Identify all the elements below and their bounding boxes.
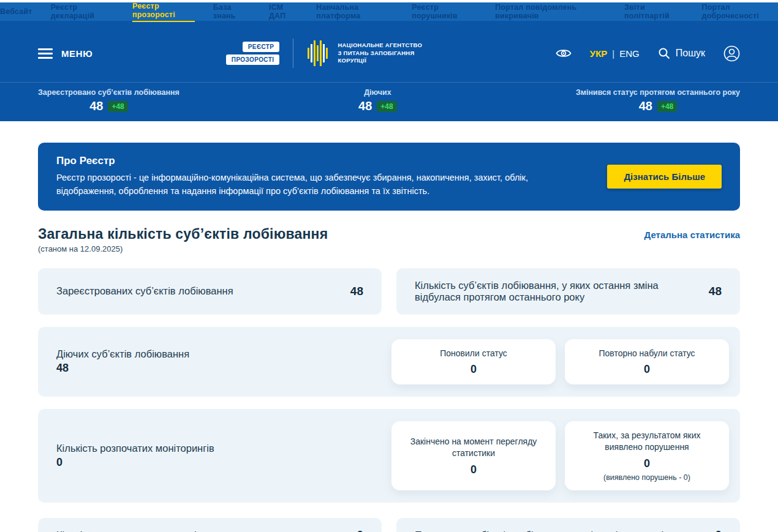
nazk-logo-icon	[307, 39, 330, 67]
hamburger-icon	[38, 48, 53, 59]
banner-text: Реєстр прозорості - це інформаційно-кому…	[56, 171, 583, 198]
stat-delta-badge: +48	[377, 101, 396, 112]
topnav-reestr-porushnykiv[interactable]: Реєстр порушників	[412, 3, 477, 20]
stat-registered: Зареєстровано суб’єктів лобіювання 48 +4…	[38, 88, 179, 113]
subcard-value: 0	[470, 363, 477, 376]
cards-row-4: Кількість складених протоколів 0 Притягн…	[38, 518, 740, 532]
topnav-baza-znan[interactable]: База знань	[213, 3, 251, 20]
subcard-renewed-status: Поновили статус 0	[391, 339, 556, 385]
card-value: 48	[350, 285, 363, 298]
search-button[interactable]: Пошук	[658, 47, 705, 59]
search-icon	[658, 47, 670, 59]
cards-row-1: Зареєстрованих суб’єктів лобіювання 48 К…	[38, 268, 740, 315]
subcard-note: (виявлено порушень - 0)	[603, 473, 690, 482]
subcard-value: 0	[644, 457, 650, 470]
card-label: Кількість складених протоколів	[56, 530, 202, 532]
card-label: Кількість розпочатих моніторингів	[56, 443, 214, 454]
stat-delta-badge: +48	[108, 101, 127, 112]
card-registered-subjects: Зареєстрованих суб’єктів лобіювання 48	[38, 268, 382, 315]
brand-block[interactable]: РЕЄСТР ПРОЗОРОСТІ НАЦІОНАЛЬ	[226, 39, 422, 68]
page-title: Загальна кількість суб’єктів лобіювання	[38, 226, 328, 242]
subcard-label: Повторно набули статус	[599, 348, 695, 359]
profile-icon[interactable]	[723, 45, 740, 62]
header-actions: УКР | ENG Пошук	[556, 45, 740, 62]
card-label: Притягнуто суб’єктів лобіювання до відпо…	[415, 530, 663, 532]
stat-value: 48	[639, 99, 652, 113]
search-label: Пошук	[676, 48, 705, 59]
card-value: 0	[56, 456, 214, 469]
section-header: Загальна кількість суб’єктів лобіювання …	[38, 226, 740, 253]
menu-button[interactable]: МЕНЮ	[38, 48, 93, 59]
top-utility-nav: Вебсайт Реєстр декларацій Реєстр прозоро…	[0, 2, 778, 21]
stat-label: Зареєстровано суб’єктів лобіювання	[38, 88, 179, 97]
stat-status-changed: Змінився статус протягом останнього року…	[576, 88, 740, 113]
topnav-reestr-prozorosti[interactable]: Реєстр прозорості	[132, 2, 195, 22]
card-value: 48	[709, 285, 722, 298]
stat-value: 48	[358, 99, 372, 113]
card-value: 48	[56, 362, 189, 375]
stat-label: Змінився статус протягом останнього року	[576, 88, 740, 97]
stat-label: Діючих	[358, 88, 397, 97]
card-value: 0	[715, 528, 722, 532]
card-label: Діючих суб’єктів лобіювання	[56, 348, 189, 360]
topnav-reestr-deklaratsii[interactable]: Реєстр декларацій	[51, 3, 114, 20]
lang-eng[interactable]: ENG	[619, 48, 640, 59]
card-monitorings: Кількість розпочатих моніторингів 0 Закі…	[38, 409, 740, 503]
stat-value: 48	[89, 99, 103, 113]
banner-title: Про Реєстр	[56, 155, 583, 167]
card-protocols: Кількість складених протоколів 0	[38, 518, 382, 532]
topnav-websait[interactable]: Вебсайт	[0, 7, 32, 16]
stat-active: Діючих 48 +48	[358, 88, 397, 113]
learn-more-button[interactable]: Дізнатись Більше	[607, 165, 722, 189]
main-header: МЕНЮ РЕЄСТР ПРОЗОРОСТІ	[0, 21, 778, 121]
agency-logo-block: НАЦІОНАЛЬНЕ АГЕНТСТВО З ПИТАНЬ ЗАПОБІГАН…	[307, 39, 422, 67]
registry-badge-line2: ПРОЗОРОСТІ	[226, 54, 280, 65]
stat-delta-badge: +48	[657, 101, 677, 112]
registry-badge: РЕЄСТР ПРОЗОРОСТІ	[226, 42, 280, 65]
topnav-zvity-politpartii[interactable]: Звіти політпартій	[624, 3, 684, 20]
topnav-portal-povidomlen[interactable]: Портал повідомлень викривачів	[495, 3, 606, 20]
brand-divider	[293, 39, 293, 68]
subcard-value: 0	[470, 463, 477, 476]
subcard-label: Поновили статус	[440, 348, 507, 359]
registry-badge-line1: РЕЄСТР	[243, 42, 280, 52]
agency-name: НАЦІОНАЛЬНЕ АГЕНТСТВО З ПИТАНЬ ЗАПОБІГАН…	[338, 42, 422, 65]
language-switcher: УКР | ENG	[590, 48, 640, 59]
subcard-violations-found: Таких, за результатом яких виявлено пору…	[565, 421, 729, 490]
card-label: Зареєстрованих суб’єктів лобіювання	[56, 285, 233, 297]
card-label: Кількість суб’єктів лобіювання, у яких о…	[415, 280, 694, 303]
topnav-navchalna-platforma[interactable]: Навчальна платформа	[316, 3, 393, 20]
lang-separator: |	[612, 48, 614, 59]
about-registry-banner: Про Реєстр Реєстр прозорості - це інформ…	[38, 143, 740, 211]
topnav-portal-dobrochesnosti[interactable]: Портал доброчесності	[702, 3, 778, 20]
subcard-label: Закінчено на момент перегляду статистики	[402, 436, 545, 459]
subcard-label: Таких, за результатом яких виявлено пору…	[576, 430, 718, 453]
as-of-date: (станом на 12.09.2025)	[38, 244, 328, 253]
accessibility-eye-icon[interactable]	[556, 48, 572, 59]
card-last-change-year: Кількість суб’єктів лобіювання, у яких о…	[396, 268, 740, 315]
card-liability: Притягнуто суб’єктів лобіювання до відпо…	[396, 518, 740, 532]
subcard-value: 0	[644, 363, 650, 376]
subcard-reacquired-status: Повторно набули статус 0	[565, 339, 729, 385]
detailed-statistics-link[interactable]: Детальна статистика	[644, 230, 740, 240]
main-content: Про Реєстр Реєстр прозорості - це інформ…	[38, 143, 740, 532]
header-stats-bar: Зареєстровано суб’єктів лобіювання 48 +4…	[0, 82, 778, 121]
card-value: 0	[357, 528, 363, 532]
topnav-ism-dap[interactable]: ІСМ ДАП	[269, 3, 298, 20]
card-active-subjects: Діючих суб’єктів лобіювання 48 Поновили …	[38, 327, 740, 397]
menu-label: МЕНЮ	[61, 48, 93, 59]
lang-ukr[interactable]: УКР	[590, 48, 608, 59]
subcard-finished-monitorings: Закінчено на момент перегляду статистики…	[391, 421, 556, 490]
